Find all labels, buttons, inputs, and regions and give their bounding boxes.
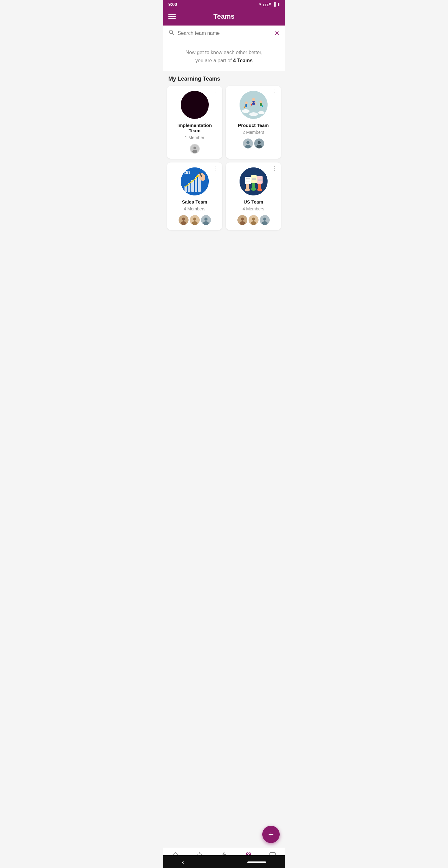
team-menu-sales[interactable]: ⋮	[213, 165, 219, 171]
svg-point-4	[192, 150, 197, 153]
page-title: Teams	[214, 12, 234, 21]
svg-point-71	[263, 218, 266, 221]
member-avatars-product	[243, 138, 264, 149]
member-avatars-implementation	[190, 144, 200, 154]
svg-rect-18	[260, 103, 262, 106]
team-name-implementation: Implementation Team	[171, 123, 218, 133]
svg-text:CES: CES	[184, 171, 190, 174]
status-icons: ▾ LTER ▐ ▮	[259, 2, 280, 7]
team-menu-us[interactable]: ⋮	[272, 165, 278, 171]
search-bar: ✕	[163, 26, 285, 41]
svg-point-75	[249, 853, 251, 855]
svg-rect-54	[251, 175, 257, 183]
svg-point-7	[258, 111, 264, 114]
svg-point-22	[245, 145, 251, 149]
svg-point-14	[245, 101, 248, 104]
team-card-sales[interactable]: ⋮ CES	[167, 162, 222, 230]
team-count-product: 2 Members	[242, 130, 264, 135]
svg-point-69	[251, 221, 256, 225]
signal-icon: ▐	[273, 2, 276, 6]
svg-point-37	[182, 218, 185, 221]
svg-point-6	[242, 109, 250, 113]
svg-point-41	[192, 221, 197, 225]
home-indicator[interactable]	[247, 862, 266, 863]
svg-point-66	[239, 221, 245, 225]
member-avatar	[190, 215, 200, 225]
member-avatars-sales	[179, 215, 211, 225]
team-avatar-product	[239, 91, 267, 119]
team-card-product[interactable]: ⋮	[226, 86, 281, 159]
team-count-us: 4 Members	[242, 206, 264, 211]
teams-count: 4 Teams	[233, 58, 253, 63]
gesture-bar: ‹	[163, 855, 285, 868]
team-avatar-sales: CES	[181, 167, 209, 195]
header: Teams	[163, 9, 285, 26]
team-count-sales: 4 Members	[184, 206, 205, 211]
svg-point-3	[193, 147, 196, 149]
svg-point-40	[193, 218, 196, 221]
member-avatar	[260, 215, 270, 225]
search-input[interactable]	[178, 31, 271, 36]
battery-icon: ▮	[278, 2, 280, 6]
member-avatar	[190, 144, 200, 154]
info-line1: Now get to know each other better,	[185, 50, 262, 55]
team-card-implementation[interactable]: ⋮ Implementation Team 1 Member	[167, 86, 222, 159]
team-card-us[interactable]: ⋮	[226, 162, 281, 230]
teams-grid: ⋮ Implementation Team 1 Member ⋮	[163, 86, 285, 234]
svg-point-21	[247, 141, 250, 144]
svg-rect-48	[245, 177, 251, 184]
svg-point-8	[249, 112, 258, 116]
svg-point-68	[252, 218, 255, 221]
back-button[interactable]: ‹	[182, 859, 184, 866]
member-avatar	[249, 215, 259, 225]
svg-point-74	[247, 853, 248, 855]
wifi-icon: ▾	[259, 2, 261, 6]
svg-point-65	[241, 218, 244, 221]
search-icon	[168, 29, 174, 37]
add-team-fab[interactable]: +	[262, 826, 280, 843]
team-name-us: US Team	[244, 199, 263, 205]
member-avatar	[179, 215, 189, 225]
team-menu-implementation[interactable]: ⋮	[213, 89, 219, 95]
svg-point-24	[258, 141, 261, 144]
team-name-product: Product Team	[238, 123, 269, 128]
member-avatar	[243, 138, 253, 149]
team-avatar-implementation	[181, 91, 209, 119]
svg-rect-60	[257, 176, 263, 184]
menu-button[interactable]	[168, 14, 176, 19]
svg-point-44	[203, 221, 209, 225]
svg-point-38	[181, 221, 186, 225]
member-avatars-us	[237, 215, 270, 225]
svg-point-9	[252, 98, 255, 101]
svg-point-17	[259, 100, 262, 103]
svg-line-1	[172, 33, 174, 35]
status-bar: 9:00 ▾ LTER ▐ ▮	[163, 0, 285, 9]
clear-icon[interactable]: ✕	[275, 30, 280, 37]
time: 9:00	[168, 2, 177, 7]
team-avatar-us	[239, 167, 267, 195]
info-line2: you are a part of	[195, 58, 232, 63]
svg-rect-10	[252, 101, 255, 105]
member-avatar	[254, 138, 264, 149]
member-avatar	[201, 215, 211, 225]
team-name-sales: Sales Team	[182, 199, 207, 205]
team-menu-product[interactable]: ⋮	[272, 89, 278, 95]
svg-point-72	[262, 221, 267, 225]
section-title: My Learning Teams	[163, 71, 285, 86]
lte-label: LTER	[263, 2, 271, 7]
info-section: Now get to know each other better, you a…	[163, 41, 285, 71]
svg-rect-15	[246, 104, 247, 107]
team-count-implementation: 1 Member	[185, 135, 204, 140]
svg-point-43	[204, 218, 207, 221]
member-avatar	[237, 215, 247, 225]
svg-point-25	[256, 145, 262, 149]
